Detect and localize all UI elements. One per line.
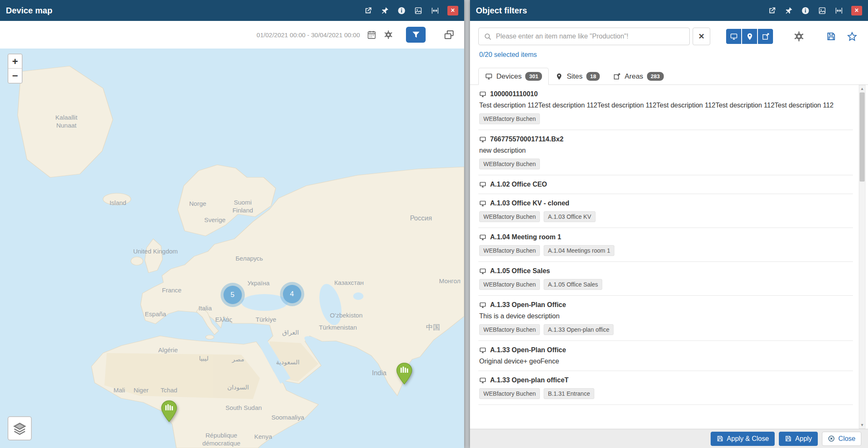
- tag-chip: WEBfactory Buchen: [479, 211, 540, 222]
- tag-chip: A.1.05 Office Sales: [544, 279, 602, 290]
- search-input[interactable]: [496, 33, 684, 40]
- search-icon: [484, 33, 492, 41]
- desert-sahara: [105, 353, 260, 399]
- cluster-marker[interactable]: 5: [221, 283, 245, 307]
- export-image-icon[interactable]: [414, 6, 423, 15]
- save-icon: [785, 435, 792, 442]
- zoom-control: + −: [8, 54, 23, 84]
- device-name: A.1.02 Office CEO: [490, 181, 547, 188]
- cluster-count: 5: [223, 286, 242, 304]
- info-icon[interactable]: [801, 6, 810, 15]
- selected-items-link[interactable]: 0/20 selected items: [470, 48, 546, 60]
- cluster-marker[interactable]: 4: [280, 282, 304, 306]
- device-tags: WEBfactory BuchenA.1.05 Office Sales: [479, 279, 850, 290]
- device-icon: [479, 302, 486, 309]
- filter-settings-gear-icon[interactable]: [793, 31, 805, 42]
- tab-count-badge: 18: [586, 72, 600, 81]
- close-label: Close: [838, 435, 855, 443]
- pin-icon[interactable]: [380, 6, 389, 15]
- device-description: new description: [479, 147, 850, 154]
- map-pin-icon: [746, 33, 754, 41]
- calendar-icon[interactable]: [367, 30, 377, 40]
- resize-icon[interactable]: [431, 6, 439, 15]
- window-title: Object filters: [476, 6, 527, 15]
- tab-sites[interactable]: Sites 18: [549, 68, 606, 85]
- monitor-icon: [730, 33, 738, 41]
- resize-icon[interactable]: [835, 6, 843, 15]
- device-name: A.1.04 Meeting room 1: [490, 233, 561, 241]
- favorite-star-icon[interactable]: [847, 31, 857, 41]
- tag-chip: WEBfactory Buchen: [479, 245, 540, 256]
- device-name: 1000001110010: [490, 90, 538, 98]
- close-circle-icon: [828, 435, 835, 442]
- aral-sea: [353, 292, 363, 300]
- device-name: A.1.05 Office Sales: [490, 267, 550, 275]
- close-button[interactable]: ×: [447, 6, 458, 15]
- device-map[interactable]: KalaallitNunaatIslandNorgeSuomiFinlandSv…: [0, 49, 464, 448]
- apply-and-close-label: Apply & Close: [727, 435, 769, 443]
- device-tags: WEBfactory Buchen: [479, 159, 850, 169]
- area-icon: [762, 33, 770, 41]
- window-title: Device map: [6, 6, 52, 15]
- map-settings-gear-icon[interactable]: [383, 30, 393, 40]
- scroll-down-arrow[interactable]: ▼: [859, 422, 865, 428]
- pin-icon[interactable]: [784, 6, 793, 15]
- close-button[interactable]: ×: [851, 6, 862, 15]
- scroll-thumb[interactable]: [860, 92, 865, 182]
- device-icon: [479, 347, 486, 354]
- object-filter-button[interactable]: [406, 27, 426, 43]
- list-item[interactable]: A.1.04 Meeting room 1 WEBfactory BuchenA…: [478, 228, 853, 262]
- tag-chip: WEBfactory Buchen: [479, 388, 540, 399]
- tab-devices[interactable]: Devices 301: [478, 68, 549, 85]
- device-list: 1000001110010 Test description 112Test d…: [478, 85, 853, 429]
- tag-chip: WEBfactory Buchen: [479, 324, 540, 335]
- map-toolbar: 01/02/2021 00:00 - 30/04/2021 00:00: [0, 21, 464, 49]
- scroll-up-arrow[interactable]: ▲: [859, 85, 865, 92]
- tab-label: Sites: [567, 72, 583, 81]
- filters-toolbar: ✕: [470, 21, 868, 48]
- list-item[interactable]: A.1.33 Open-plan officeT WEBfactory Buch…: [478, 371, 853, 405]
- clear-search-button[interactable]: ✕: [693, 28, 710, 45]
- export-image-icon[interactable]: [818, 6, 827, 15]
- sites-filter-toggle[interactable]: [742, 29, 757, 44]
- apply-and-close-button[interactable]: Apply & Close: [711, 432, 775, 446]
- list-item[interactable]: A.1.33 Open-Plan Office Original device+…: [478, 341, 853, 371]
- type-toggle-group: [726, 29, 773, 44]
- list-item[interactable]: 7667755700017114.Bx2 new description WEB…: [478, 130, 853, 175]
- date-range[interactable]: 01/02/2021 00:00 - 30/04/2021 00:00: [257, 31, 360, 38]
- device-map-titlebar: Device map ×: [0, 0, 464, 21]
- list-item[interactable]: 1000001110010 Test description 112Test d…: [478, 85, 853, 130]
- apply-label: Apply: [795, 435, 812, 443]
- tab-areas[interactable]: Areas 283: [606, 68, 670, 85]
- tag-chip: WEBfactory Buchen: [479, 279, 540, 290]
- list-scrollbar[interactable]: ▲ ▼: [859, 85, 865, 429]
- layout-icon[interactable]: [443, 29, 455, 40]
- layers-control[interactable]: [8, 416, 32, 440]
- areas-filter-toggle[interactable]: [758, 29, 773, 44]
- devices-filter-toggle[interactable]: [726, 29, 741, 44]
- zoom-in-button[interactable]: +: [8, 54, 22, 69]
- zoom-out-button[interactable]: −: [8, 69, 22, 83]
- object-filters-window: Object filters × ✕: [470, 0, 868, 448]
- save-filter-icon[interactable]: [826, 31, 836, 41]
- list-item[interactable]: A.1.02 Office CEO: [478, 175, 853, 194]
- apply-button[interactable]: Apply: [779, 432, 818, 446]
- site-pin-marker[interactable]: [396, 363, 413, 384]
- list-item[interactable]: A.1.03 Office KV - cloned WEBfactory Buc…: [478, 194, 853, 228]
- site-pin-marker[interactable]: [161, 400, 177, 422]
- favorites-actions: [826, 31, 857, 41]
- land-sicily: [205, 335, 214, 339]
- close-panel-button[interactable]: Close: [822, 432, 861, 446]
- open-in-new-icon[interactable]: [768, 6, 776, 15]
- open-in-new-icon[interactable]: [364, 6, 372, 15]
- tag-chip: A.1.04 Meetings room 1: [544, 245, 614, 256]
- list-item[interactable]: A.1.33 Open-Plan Office This is a device…: [478, 296, 853, 341]
- land-iceland: [103, 193, 131, 205]
- list-item[interactable]: A.1.05 Office Sales WEBfactory BuchenA.1…: [478, 262, 853, 296]
- land-ireland: [131, 257, 143, 265]
- device-tags: WEBfactory BuchenA.1.33 Open-plan office: [479, 324, 850, 335]
- info-icon[interactable]: [397, 6, 406, 15]
- device-map-window: Device map × 01/02/2021 00:00 - 30/04/20…: [0, 0, 464, 448]
- tab-count-badge: 301: [525, 72, 542, 81]
- map-terrain: [0, 49, 464, 448]
